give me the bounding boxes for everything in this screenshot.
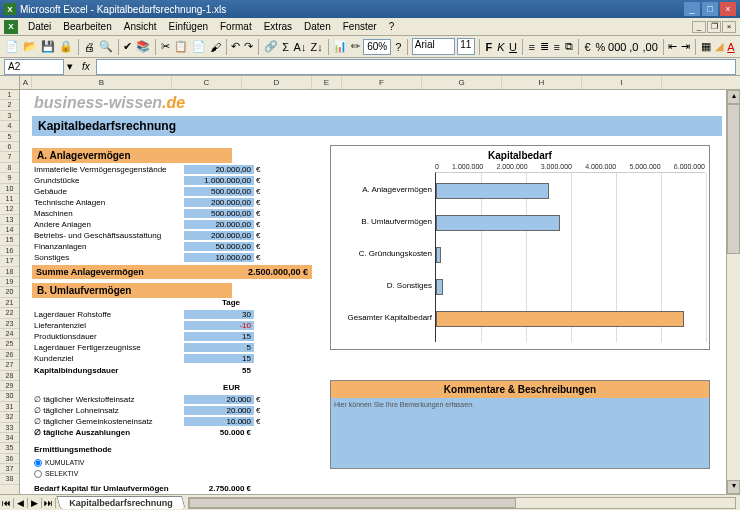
row-header[interactable]: 26 [0, 350, 19, 360]
row-header[interactable]: 4 [0, 121, 19, 131]
scroll-up-button[interactable]: ▴ [727, 90, 740, 104]
permission-icon[interactable]: 🔒 [58, 38, 74, 56]
decrease-decimal-icon[interactable]: ,00 [641, 38, 658, 56]
row-header[interactable]: 8 [0, 163, 19, 173]
align-right-icon[interactable]: ≡ [552, 38, 562, 56]
zoom-select[interactable]: 60% [363, 39, 391, 55]
row-header[interactable]: 2 [0, 100, 19, 110]
comments-body[interactable]: Hier können Sie Ihre Bemerkungen erfasse… [331, 398, 709, 468]
row-header[interactable]: 22 [0, 308, 19, 318]
row-header[interactable]: 38 [0, 474, 19, 484]
row-header[interactable]: 33 [0, 423, 19, 433]
borders-icon[interactable]: ▦ [700, 38, 712, 56]
row-header[interactable]: 14 [0, 225, 19, 235]
row-value[interactable]: 5 [184, 343, 254, 352]
print-preview-icon[interactable]: 🔍 [98, 38, 114, 56]
row-header[interactable]: 18 [0, 267, 19, 277]
menu-daten[interactable]: Daten [298, 21, 337, 32]
menu-ansicht[interactable]: Ansicht [118, 21, 163, 32]
row-header[interactable]: 12 [0, 204, 19, 214]
doc-minimize-button[interactable]: _ [692, 21, 706, 33]
row-header[interactable]: 10 [0, 184, 19, 194]
tab-prev-button[interactable]: ◀ [14, 498, 28, 508]
row-value[interactable]: 500.000,00 [184, 209, 254, 218]
cut-icon[interactable]: ✂ [160, 38, 171, 56]
horizontal-scrollbar[interactable] [188, 497, 736, 509]
radio-input[interactable] [34, 459, 42, 467]
select-all-corner[interactable] [0, 76, 19, 90]
h-scroll-thumb[interactable] [189, 498, 517, 508]
doc-close-button[interactable]: × [722, 21, 736, 33]
row-value[interactable]: 50.000,00 [184, 242, 254, 251]
row-header[interactable]: 24 [0, 329, 19, 339]
tab-first-button[interactable]: ⏮ [0, 498, 14, 508]
name-box-dropdown-icon[interactable]: ▾ [64, 58, 76, 76]
row-header[interactable]: 27 [0, 360, 19, 370]
print-icon[interactable]: 🖨 [83, 38, 96, 56]
open-icon[interactable]: 📂 [22, 38, 38, 56]
row-header[interactable]: 7 [0, 152, 19, 162]
row-header[interactable]: 30 [0, 391, 19, 401]
row-value[interactable]: -10 [184, 321, 254, 330]
merge-center-icon[interactable]: ⧉ [564, 38, 574, 56]
undo-icon[interactable]: ↶ [230, 38, 241, 56]
menu-help[interactable]: ? [383, 21, 401, 32]
col-header-f[interactable]: F [342, 76, 422, 89]
redo-icon[interactable]: ↷ [243, 38, 254, 56]
research-icon[interactable]: 📚 [135, 38, 151, 56]
menu-datei[interactable]: Datei [22, 21, 57, 32]
formula-input[interactable] [96, 59, 736, 75]
row-value[interactable]: 200.000,00 [184, 231, 254, 240]
col-header-e[interactable]: E [312, 76, 342, 89]
col-header-a[interactable]: A [20, 76, 32, 89]
row-header[interactable]: 35 [0, 443, 19, 453]
new-icon[interactable]: 📄 [4, 38, 20, 56]
row-value[interactable]: 10.000,00 [184, 253, 254, 262]
row-header[interactable]: 17 [0, 256, 19, 266]
paste-icon[interactable]: 📄 [191, 38, 207, 56]
comma-icon[interactable]: 000 [608, 38, 626, 56]
radio-input[interactable] [34, 470, 42, 478]
vertical-scrollbar[interactable]: ▴ ▾ [726, 90, 740, 494]
col-header-i[interactable]: I [582, 76, 662, 89]
font-color-icon[interactable]: A [726, 38, 736, 56]
v-scroll-thumb[interactable] [727, 104, 740, 254]
col-header-d[interactable]: D [242, 76, 312, 89]
minimize-button[interactable]: _ [684, 2, 700, 16]
radio-option[interactable]: SELEKTIV [34, 468, 85, 479]
radio-option[interactable]: KUMULATIV [34, 457, 85, 468]
worksheet-cells[interactable]: business-wissen.de Kapitalbedarfsrechnun… [20, 90, 740, 494]
underline-icon[interactable]: U [508, 38, 518, 56]
menu-format[interactable]: Format [214, 21, 258, 32]
menu-einfuegen[interactable]: Einfügen [163, 21, 214, 32]
row-value[interactable]: 1.000.000,00 [184, 176, 254, 185]
row-value[interactable]: 20.000 [184, 406, 254, 415]
row-header[interactable]: 29 [0, 381, 19, 391]
row-header[interactable]: 3 [0, 111, 19, 121]
increase-indent-icon[interactable]: ⇥ [680, 38, 691, 56]
menu-bearbeiten[interactable]: Bearbeiten [57, 21, 117, 32]
row-header[interactable]: 13 [0, 215, 19, 225]
row-header[interactable]: 6 [0, 142, 19, 152]
row-header[interactable]: 9 [0, 173, 19, 183]
sort-asc-icon[interactable]: A↓ [293, 38, 308, 56]
row-value[interactable]: 20.000,00 [184, 165, 254, 174]
row-header[interactable]: 36 [0, 454, 19, 464]
row-header[interactable]: 25 [0, 339, 19, 349]
row-header[interactable]: 32 [0, 412, 19, 422]
row-header[interactable]: 5 [0, 132, 19, 142]
autosum-icon[interactable]: Σ [281, 38, 291, 56]
close-button[interactable]: × [720, 2, 736, 16]
row-value[interactable]: 20.000,00 [184, 220, 254, 229]
tab-last-button[interactable]: ⏭ [42, 498, 56, 508]
maximize-button[interactable]: □ [702, 2, 718, 16]
row-header[interactable]: 31 [0, 402, 19, 412]
sheet-tab-active[interactable]: Kapitalbedarfsrechnung [56, 496, 185, 509]
col-header-c[interactable]: C [172, 76, 242, 89]
help-icon[interactable]: ? [393, 38, 403, 56]
format-painter-icon[interactable]: 🖌 [209, 38, 222, 56]
name-box[interactable]: A2 [4, 59, 64, 75]
align-center-icon[interactable]: ≣ [539, 38, 550, 56]
row-header[interactable]: 37 [0, 464, 19, 474]
row-header[interactable]: 19 [0, 277, 19, 287]
